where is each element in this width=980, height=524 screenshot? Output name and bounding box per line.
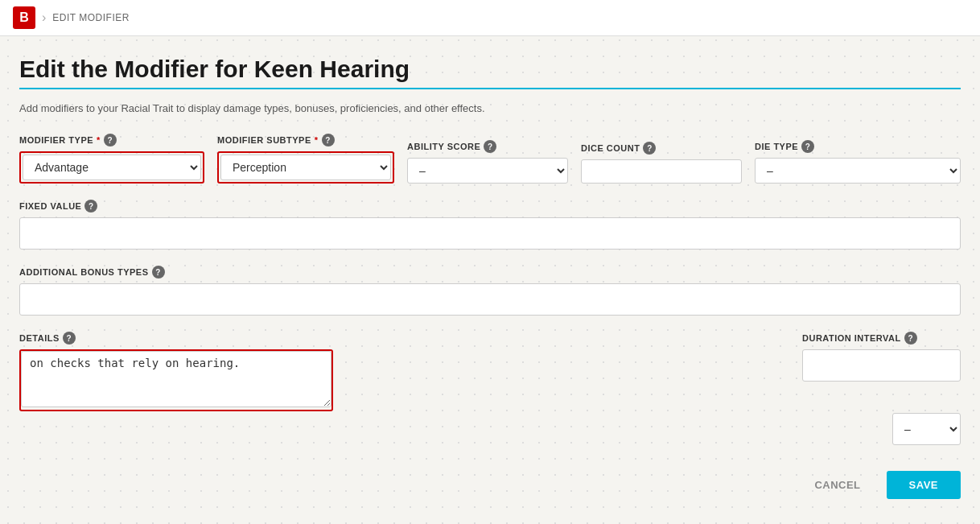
ability-score-field: ABILITY SCORE ? – Strength Dexterity Con… (407, 140, 568, 184)
ability-score-label: ABILITY SCORE (407, 142, 480, 151)
button-row: CANCEL SAVE (19, 464, 961, 499)
die-type-select[interactable]: – d4 d6 d8 d10 d12 d20 (755, 158, 961, 184)
additional-bonus-input[interactable] (19, 283, 961, 316)
modifier-type-label: MODIFIER TYPE (19, 135, 93, 145)
duration-interval-container: DURATION INTERVAL ? – Round Minute Hour … (346, 332, 961, 445)
dice-count-input[interactable] (581, 159, 742, 184)
fixed-value-help-icon[interactable]: ? (84, 200, 97, 212)
duration-interval-input[interactable] (802, 349, 961, 382)
save-button[interactable]: SAVE (887, 471, 961, 499)
ability-score-select[interactable]: – Strength Dexterity Constitution Intell… (407, 158, 568, 184)
modifier-type-select[interactable]: Advantage Disadvantage Bonus Proficiency (23, 155, 201, 180)
details-help-icon[interactable]: ? (63, 332, 76, 345)
die-type-help-icon[interactable]: ? (801, 140, 814, 153)
details-field: DETAILS ? on checks that rely on hearing… (19, 332, 333, 411)
page-subtitle: Add modifiers to your Racial Trait to di… (19, 102, 961, 114)
page-title: Edit the Modifier for Keen Hearing (19, 56, 961, 83)
fixed-value-field: FIXED VALUE ? (19, 200, 961, 250)
duration-interval-help-icon[interactable]: ? (904, 332, 917, 345)
dice-count-field: DICE COUNT ? (581, 142, 742, 184)
additional-bonus-field: ADDITIONAL BONUS TYPES ? (19, 266, 961, 316)
dice-count-help-icon[interactable]: ? (643, 142, 656, 155)
ability-score-help-icon[interactable]: ? (484, 140, 496, 153)
cancel-button[interactable]: CANCEL (798, 471, 876, 499)
breadcrumb-text: EDIT MODIFIER (52, 12, 130, 23)
title-underline (19, 88, 961, 89)
fixed-value-input[interactable] (19, 217, 961, 250)
breadcrumb-separator: › (42, 10, 46, 25)
brand-logo[interactable]: B (13, 6, 35, 29)
additional-bonus-label: ADDITIONAL BONUS TYPES (19, 267, 149, 277)
details-label: DETAILS (19, 333, 60, 343)
modifier-subtype-field: MODIFIER SUBTYPE * ? Perception Investig… (217, 134, 394, 184)
modifier-type-required: * (97, 135, 101, 145)
die-type-field: DIE TYPE ? – d4 d6 d8 d10 d12 d20 (755, 140, 961, 184)
duration-interval-label: DURATION INTERVAL (802, 333, 901, 343)
modifier-subtype-help-icon[interactable]: ? (322, 134, 335, 146)
additional-bonus-help-icon[interactable]: ? (152, 266, 165, 279)
duration-interval-select[interactable]: – Round Minute Hour Day (892, 413, 961, 445)
modifier-subtype-label: MODIFIER SUBTYPE (217, 135, 311, 145)
modifier-type-help-icon[interactable]: ? (104, 134, 117, 146)
details-textarea[interactable]: on checks that rely on hearing. (21, 351, 331, 407)
modifier-subtype-select[interactable]: Perception Investigation Insight Athleti… (220, 155, 391, 180)
dice-count-label: DICE COUNT (581, 143, 640, 153)
modifier-subtype-required: * (315, 135, 319, 145)
top-bar: B › EDIT MODIFIER (0, 0, 980, 36)
fixed-value-label: FIXED VALUE (19, 201, 81, 211)
modifier-type-field: MODIFIER TYPE * ? Advantage Disadvantage… (19, 134, 204, 184)
die-type-label: DIE TYPE (755, 142, 798, 151)
